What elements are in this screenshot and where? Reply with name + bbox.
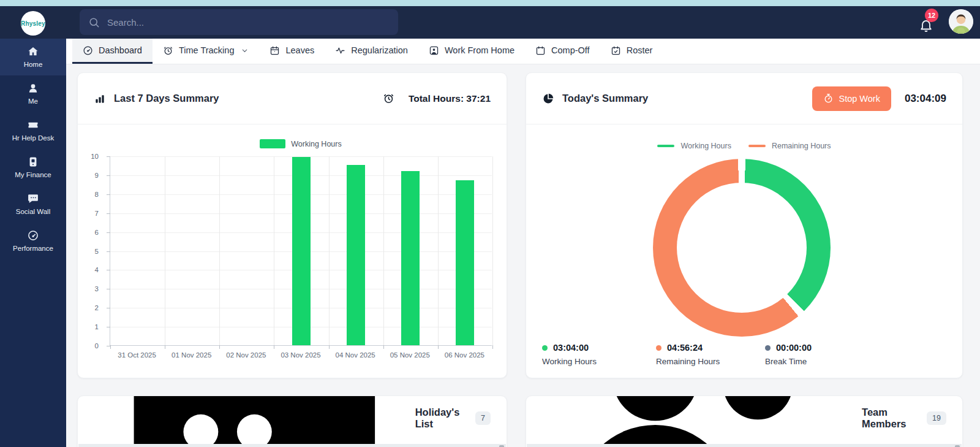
sidebar-item-my-finance[interactable]: My Finance	[0, 149, 66, 186]
module-tabbar: Dashboard Time Tracking Leaves Regulariz…	[66, 39, 980, 64]
y-tick-label: 4	[95, 266, 99, 273]
donut-chart	[653, 159, 831, 337]
y-tick-label: 3	[95, 285, 99, 292]
team-members-header: Team Members 19	[526, 396, 962, 440]
v-gridline	[165, 156, 165, 345]
stat-remaining-hours: 04:56:24 Remaining Hours	[656, 343, 720, 366]
legend-swatch	[748, 145, 766, 147]
last-7-days-card: Last 7 Days Summary Total Hours: 37:21 W…	[77, 72, 507, 378]
search-input[interactable]	[107, 17, 390, 28]
notification-count-badge: 12	[925, 9, 938, 22]
y-tick-mark	[107, 232, 110, 233]
stat-working-hours: 03:04:00 Working Hours	[542, 343, 597, 366]
work-timer: 03:04:09	[905, 93, 946, 105]
donut-legend-remaining[interactable]: Remaining Hours	[748, 142, 831, 150]
alarm-clock-icon	[383, 93, 394, 104]
bar-chart-legend[interactable]: Working Hours	[110, 139, 492, 148]
working-hours-bar	[292, 157, 311, 345]
tab-work-from-home[interactable]: Work From Home	[418, 39, 525, 64]
x-tick-label: 04 Nov 2025	[328, 351, 383, 359]
user-avatar[interactable]	[949, 9, 973, 34]
legend-swatch	[657, 145, 674, 147]
x-tick-mark	[492, 345, 493, 349]
bar-chart-xaxis: 31 Oct 202501 Nov 202502 Nov 202503 Nov …	[110, 349, 492, 362]
sidebar-item-hr-help-desk[interactable]: Hr Help Desk	[0, 112, 66, 149]
x-tick-label: 05 Nov 2025	[383, 351, 437, 359]
tab-label: Roster	[627, 45, 653, 55]
working-hours-bar	[456, 180, 474, 345]
holiday-list-card: Holiday's List 7	[77, 395, 507, 447]
tab-dashboard[interactable]: Dashboard	[72, 39, 153, 64]
chat-bubble-icon	[27, 193, 39, 205]
working-hours-bar	[401, 171, 420, 345]
y-tick-label: 5	[95, 248, 99, 255]
tab-roster[interactable]: Roster	[600, 39, 663, 64]
stat-time: 04:56:24	[667, 343, 703, 353]
v-gridline	[492, 156, 493, 345]
x-tick-label: 03 Nov 2025	[273, 351, 328, 359]
donut-legend-working[interactable]: Working Hours	[657, 142, 731, 150]
stat-break-time: 00:00:00 Break Time	[765, 343, 812, 366]
user-icon	[27, 82, 39, 94]
card-title: Today's Summary	[562, 93, 648, 104]
bar-chart-yaxis: 012345678910	[78, 156, 106, 346]
pie-chart-icon	[542, 93, 554, 105]
table-header-strip	[78, 444, 506, 447]
brand-logo-text: Rhysley	[21, 20, 45, 27]
sidebar-item-home[interactable]: Home	[0, 39, 66, 75]
finance-device-icon	[27, 156, 39, 168]
y-tick-mark	[107, 308, 110, 308]
y-tick-mark	[107, 289, 110, 289]
stop-work-button[interactable]: Stop Work	[812, 86, 891, 111]
x-tick-label: 02 Nov 2025	[219, 351, 273, 359]
search-icon	[88, 17, 100, 28]
person-in-frame-icon	[429, 45, 439, 56]
card-title: Team Members	[862, 407, 919, 430]
v-gridline	[329, 156, 330, 345]
notifications[interactable]: 12	[916, 10, 944, 38]
legend-label: Remaining Hours	[772, 142, 831, 150]
y-tick-label: 7	[95, 210, 99, 217]
chevron-down-icon	[241, 47, 249, 55]
y-tick-label: 9	[95, 172, 99, 179]
tab-label: Comp-Off	[551, 45, 590, 55]
stat-label: Break Time	[765, 357, 812, 366]
dashboard-content: Last 7 Days Summary Total Hours: 37:21 W…	[66, 64, 980, 447]
dashboard-gauge-icon	[83, 45, 93, 56]
people-icon	[542, 395, 862, 447]
y-tick-mark	[107, 270, 110, 270]
status-dot	[656, 345, 662, 351]
tab-comp-off[interactable]: Comp-Off	[525, 39, 600, 64]
last-7-days-header: Last 7 Days Summary Total Hours: 37:21	[78, 73, 507, 124]
app-header: Rhysley 12	[0, 6, 980, 39]
legend-label: Working Hours	[680, 142, 731, 150]
calendar-icon	[270, 45, 280, 56]
tab-time-tracking[interactable]: Time Tracking	[153, 39, 260, 64]
donut-legend: Working Hours Remaining Hours	[526, 142, 962, 150]
v-gridline	[219, 156, 220, 345]
sidebar-item-label: Social Wall	[16, 208, 50, 216]
todays-summary-header: Today's Summary Stop Work 03:04:09	[526, 73, 962, 124]
stopwatch-icon	[823, 93, 834, 104]
y-tick-label: 10	[91, 153, 99, 160]
y-tick-label: 2	[95, 304, 99, 311]
y-tick-label: 6	[95, 229, 99, 236]
sidebar-item-label: Performance	[13, 245, 53, 253]
team-count-badge: 19	[927, 411, 946, 425]
x-tick-label: 01 Nov 2025	[164, 351, 219, 359]
sidebar-item-social-wall[interactable]: Social Wall	[0, 186, 66, 223]
sidebar-item-performance[interactable]: Performance	[0, 223, 66, 259]
sidebar-item-label: Home	[24, 61, 43, 69]
calendar-blank-icon	[535, 45, 546, 56]
legend-label: Working Hours	[291, 140, 341, 148]
brand-logo[interactable]: Rhysley	[21, 11, 45, 36]
global-search[interactable]	[80, 9, 398, 35]
y-tick-mark	[107, 213, 110, 214]
sidebar-item-me[interactable]: Me	[0, 75, 66, 112]
working-hours-bar	[347, 165, 365, 345]
tab-label: Regularization	[351, 45, 408, 55]
tab-regularization[interactable]: Regularization	[325, 39, 418, 64]
sidebar-item-label: Me	[28, 97, 38, 105]
tab-leaves[interactable]: Leaves	[259, 39, 325, 64]
ticket-icon	[27, 119, 39, 131]
